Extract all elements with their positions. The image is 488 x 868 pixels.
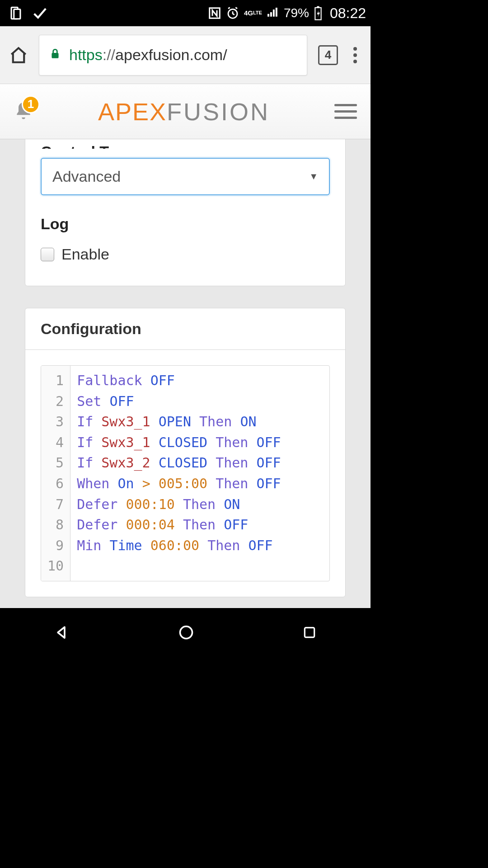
- browser-menu-icon[interactable]: [349, 47, 361, 63]
- url-separator: ://: [103, 46, 115, 64]
- configuration-card: Configuration 12345678910 Fallback OFFSe…: [25, 308, 346, 597]
- chevron-down-icon: ▼: [309, 171, 318, 182]
- app-header: 1 APEXFUSION: [0, 84, 371, 139]
- android-status-bar: 4GLTE 79% 08:22: [0, 0, 371, 26]
- signal-icon: [267, 7, 279, 19]
- svg-point-7: [180, 627, 192, 639]
- control-type-select[interactable]: Advanced ▼: [41, 158, 330, 195]
- enable-checkbox[interactable]: [41, 248, 54, 261]
- line-gutter: 12345678910: [41, 366, 70, 581]
- settings-card: Control Type Advanced ▼ Log Enable: [25, 139, 346, 286]
- lock-icon: [49, 46, 61, 64]
- tab-count: 4: [325, 48, 331, 62]
- tabs-button[interactable]: 4: [318, 45, 338, 65]
- app-logo[interactable]: APEXFUSION: [98, 98, 270, 126]
- nfc-icon: [208, 6, 221, 20]
- home-icon[interactable]: [9, 46, 28, 65]
- code-editor[interactable]: 12345678910 Fallback OFFSet OFFIf Swx3_1…: [41, 365, 330, 581]
- battery-pct: 79%: [284, 6, 309, 20]
- menu-icon[interactable]: [334, 104, 357, 119]
- url-bar[interactable]: https://apexfusion.com/: [39, 35, 307, 75]
- back-button[interactable]: [54, 624, 70, 642]
- checkmark-icon: [32, 5, 47, 21]
- notifications-button[interactable]: 1: [14, 100, 33, 123]
- configuration-header: Configuration: [25, 308, 345, 350]
- recents-button[interactable]: [302, 625, 317, 642]
- notification-badge: 1: [22, 95, 40, 113]
- battery-charging-icon: [314, 6, 323, 20]
- control-type-value: Advanced: [52, 168, 121, 185]
- url-scheme: https: [69, 46, 103, 64]
- logo-main: APEX: [98, 98, 167, 125]
- url-host: apexfusion.com/: [115, 46, 227, 64]
- home-button[interactable]: [178, 624, 194, 642]
- network-type-label: 4GLTE: [244, 10, 262, 16]
- screenshot-icon: [8, 5, 23, 21]
- svg-rect-6: [52, 53, 58, 58]
- alarm-icon: [226, 6, 239, 20]
- code-content[interactable]: Fallback OFFSet OFFIf Swx3_1 OPEN Then O…: [70, 366, 287, 581]
- android-nav-bar: [0, 608, 371, 659]
- clock: 08:22: [330, 5, 366, 22]
- enable-label: Enable: [61, 245, 109, 263]
- svg-rect-1: [14, 9, 20, 19]
- page-content: Control Type Advanced ▼ Log Enable Confi…: [0, 139, 371, 608]
- logo-sub: FUSION: [167, 98, 270, 125]
- svg-rect-8: [305, 627, 314, 637]
- svg-rect-5: [317, 6, 319, 8]
- log-label: Log: [41, 215, 330, 233]
- control-type-label: Control Type: [41, 142, 330, 149]
- browser-toolbar: https://apexfusion.com/ 4: [0, 26, 371, 84]
